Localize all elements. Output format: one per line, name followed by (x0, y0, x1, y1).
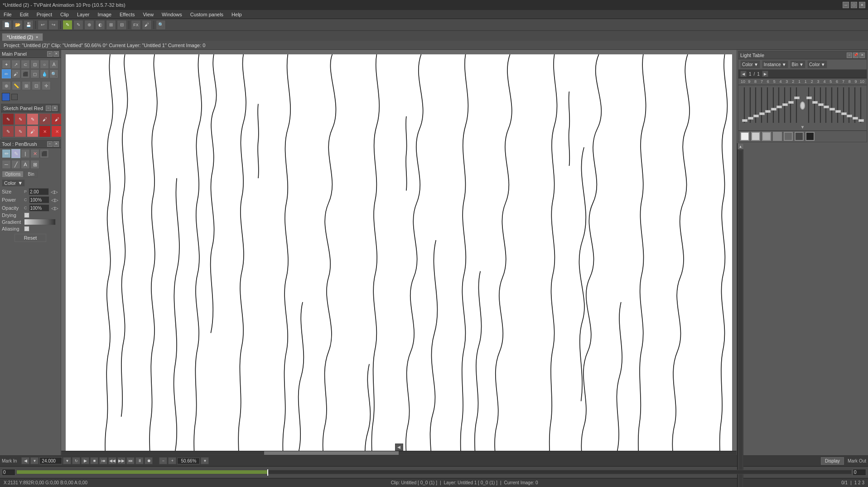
tool-shape[interactable]: ○ (40, 60, 49, 69)
brush-4[interactable]: 🖌 (39, 113, 51, 125)
loop-btn[interactable]: ↻ (72, 457, 80, 464)
scrollbar-track[interactable] (738, 150, 743, 487)
lt-handle-4l[interactable] (776, 106, 782, 108)
lt-slider-6l[interactable] (767, 87, 768, 123)
lt-handle-7l[interactable] (759, 112, 765, 115)
lt-slider-10r[interactable] (860, 87, 862, 123)
sketch-panel-close[interactable]: ✕ (52, 106, 58, 111)
lt-slider-4r[interactable] (825, 87, 827, 123)
eraser-icon[interactable]: ✕ (30, 149, 39, 158)
brush-13[interactable]: ✕ (39, 125, 51, 137)
undo-btn[interactable]: ↩ (38, 20, 48, 30)
new-btn[interactable]: 📄 (2, 20, 12, 30)
fps-type-btn[interactable]: ▼ (63, 457, 71, 464)
lt-handle-10l[interactable] (742, 119, 747, 122)
brush-12[interactable]: 🖌 (27, 125, 39, 137)
lt-minimize-btn[interactable]: − (847, 53, 852, 58)
brush-2[interactable]: ✎ (14, 113, 26, 125)
lt-handle-10r[interactable] (858, 119, 864, 122)
lt-slider-5r[interactable] (831, 87, 833, 123)
lt-slider-3r[interactable] (820, 87, 821, 123)
prev-key[interactable]: ⏮ (99, 457, 107, 464)
lt-slider-7r[interactable] (843, 87, 844, 123)
lt-slider-2r[interactable] (814, 87, 815, 123)
canvas-left-btn[interactable]: ◀ (395, 444, 403, 451)
menu-edit[interactable]: Edit (18, 12, 30, 17)
fps-dropdown-btn[interactable]: ▼ (30, 457, 39, 464)
lt-scroll-down[interactable]: ▼ (740, 125, 865, 130)
brush-11[interactable]: ✎ (14, 125, 26, 137)
display-button[interactable]: Display (821, 457, 844, 465)
lt-handle-2l[interactable] (788, 101, 794, 104)
lt-slider-8r[interactable] (848, 87, 850, 123)
zoom-out-btn[interactable]: 🔍 (156, 20, 166, 30)
active-tab[interactable]: *Untitled (2) × (2, 33, 43, 41)
lt-slider-3l[interactable] (784, 87, 786, 123)
brush-1[interactable]: ✎ (2, 113, 14, 125)
stop-btn[interactable]: ■ (90, 457, 98, 464)
foreground-color[interactable] (2, 93, 10, 101)
lt-close-btn[interactable]: ✕ (859, 53, 865, 58)
menu-image[interactable]: Image (96, 12, 113, 17)
tool-btn-1[interactable]: ✎ (63, 20, 72, 30)
tool-brush[interactable]: 🖌 (11, 69, 20, 78)
lt-slider-10l[interactable] (743, 87, 745, 123)
tool-move[interactable]: ↗ (11, 60, 20, 69)
lt-handle-8l[interactable] (753, 115, 759, 117)
lt-swatch-4[interactable] (773, 132, 782, 141)
lt-handle-7r[interactable] (841, 112, 847, 115)
size-input[interactable] (29, 188, 49, 195)
brush-3[interactable]: ✎ (27, 113, 39, 125)
lt-color2-dropdown[interactable]: Color ▼ (807, 60, 827, 68)
panel-minimize-btn[interactable]: − (47, 51, 53, 57)
maximize-button[interactable]: □ (851, 2, 857, 8)
pen-icon[interactable]: ✏ (2, 149, 11, 158)
drawing-canvas[interactable] (66, 54, 732, 451)
lt-nav-right[interactable]: ▶ (762, 71, 768, 77)
tool-text[interactable]: A (49, 60, 58, 69)
lt-slider-9l[interactable] (749, 87, 751, 123)
prev-frame[interactable]: ◀◀ (108, 457, 116, 464)
lt-swatch-6[interactable] (795, 132, 804, 141)
lt-slider-1r[interactable] (808, 87, 810, 123)
brush-btn[interactable]: 🖌 (142, 20, 152, 30)
lt-handle-3l[interactable] (782, 103, 788, 106)
tool-btn-3[interactable]: ⊕ (84, 20, 94, 30)
lt-slider-4l[interactable] (778, 87, 780, 123)
lt-handle-1r[interactable] (806, 96, 812, 99)
tool-sub-2[interactable]: ╱ (11, 160, 20, 169)
play-prev-frame[interactable]: ◀ (21, 457, 29, 464)
scrollbar-up-btn[interactable]: ▲ (738, 143, 744, 149)
lt-handle-1l[interactable] (794, 96, 800, 99)
open-btn[interactable]: 📂 (13, 20, 23, 30)
lt-color-dropdown[interactable]: Color ▼ (740, 60, 760, 68)
penbrush-icon[interactable]: ✎ (11, 149, 20, 158)
tool-extra[interactable]: ✛ (42, 81, 51, 90)
lt-swatch-black[interactable] (805, 132, 815, 141)
frame-start-input[interactable] (2, 469, 15, 476)
lt-slider-9r[interactable] (854, 87, 856, 123)
next-frame[interactable]: ▶▶ (117, 457, 125, 464)
timeline-cursor[interactable] (267, 469, 268, 476)
lt-handle-5l[interactable] (771, 108, 776, 111)
menu-project[interactable]: Project (35, 12, 54, 17)
menu-file[interactable]: File (2, 12, 14, 17)
timeline-bar[interactable] (16, 470, 852, 474)
marker-icon[interactable]: | (21, 149, 30, 158)
zoom-input[interactable] (177, 458, 200, 464)
close-button[interactable]: ✕ (859, 2, 865, 8)
bin-tab[interactable]: Bin (24, 171, 37, 178)
brush-10[interactable]: ✎ (2, 125, 14, 137)
lt-handle-4r[interactable] (824, 106, 829, 108)
lt-handle-3r[interactable] (818, 103, 824, 106)
tool-ruler[interactable]: 📏 (12, 81, 21, 90)
opacity-slider-arrow[interactable]: ◁▷ (51, 206, 58, 211)
tool-lasso[interactable]: ⊂ (21, 60, 30, 69)
fx-btn[interactable]: FX (131, 20, 141, 30)
minimize-button[interactable]: ─ (843, 2, 849, 8)
lt-swatch-2[interactable] (751, 132, 760, 141)
lt-bin-dropdown[interactable]: Bin ▼ (790, 60, 805, 68)
lt-slider-8l[interactable] (755, 87, 757, 123)
next-key[interactable]: ⏭ (126, 457, 135, 464)
zoom-type-btn[interactable]: ▼ (201, 457, 209, 464)
